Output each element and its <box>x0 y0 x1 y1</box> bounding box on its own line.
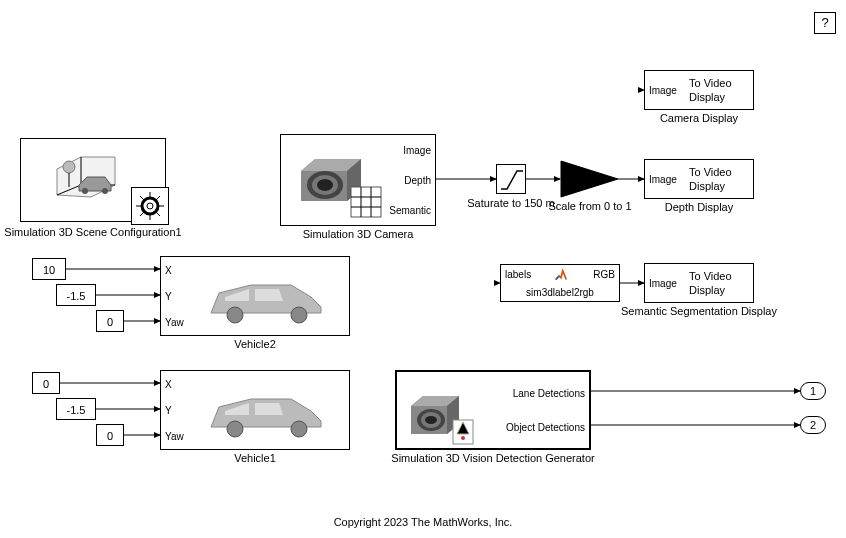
saturate-block[interactable] <box>496 164 526 194</box>
svg-point-18 <box>312 175 338 195</box>
camera-port-semantic: Semantic <box>389 205 431 216</box>
vision-generator-label: Simulation 3D Vision Detection Generator <box>385 452 601 464</box>
vehicle1-port-yaw: Yaw <box>165 431 184 442</box>
semantic-display-text2: Display <box>689 284 725 296</box>
vehicle2-port-yaw: Yaw <box>165 317 184 328</box>
svg-point-5 <box>82 188 88 194</box>
vehicle1-block[interactable]: X Y Yaw <box>160 370 350 450</box>
svg-line-13 <box>156 212 160 216</box>
vision-generator-block[interactable]: Lane Detections Object Detections <box>395 370 591 450</box>
svg-rect-20 <box>351 187 381 217</box>
camera-port-image: Image <box>403 145 431 156</box>
vision-port-lane: Lane Detections <box>513 388 585 399</box>
svg-point-30 <box>417 409 445 431</box>
svg-point-7 <box>142 198 158 214</box>
depth-display-port: Image <box>649 174 677 185</box>
svg-line-2 <box>57 185 81 195</box>
gain-block[interactable]: (1/150) <box>560 160 620 198</box>
svg-point-35 <box>461 436 465 440</box>
svg-line-15 <box>140 212 144 216</box>
vehicle2-const-y[interactable]: -1.5 <box>56 284 96 306</box>
vehicle1-const-yaw[interactable]: 0 <box>96 424 124 446</box>
svg-point-26 <box>227 307 243 323</box>
vehicle1-port-x: X <box>165 379 172 390</box>
depth-display-label: Depth Display <box>644 201 754 213</box>
vehicle1-const-y[interactable]: -1.5 <box>56 398 96 420</box>
camera-display-block[interactable]: Image To Video Display <box>644 70 754 110</box>
scene-config-block[interactable] <box>20 138 166 222</box>
svg-rect-33 <box>453 420 473 444</box>
semantic-display-port: Image <box>649 278 677 289</box>
outport-1[interactable]: 1 <box>800 382 826 400</box>
vehicle1-const-x[interactable]: 0 <box>32 372 60 394</box>
svg-point-16 <box>147 203 153 209</box>
svg-point-19 <box>317 179 333 191</box>
vehicle1-label: Vehicle1 <box>160 452 350 464</box>
label2rgb-block[interactable]: labels RGB sim3dlabel2rgb <box>500 264 620 302</box>
camera-display-port: Image <box>649 85 677 96</box>
svg-point-31 <box>421 412 441 428</box>
camera-display-label: Camera Display <box>644 112 754 124</box>
camera-display-text2: Display <box>689 91 725 103</box>
svg-point-17 <box>307 171 343 199</box>
semantic-display-block[interactable]: Image To Video Display <box>644 263 754 303</box>
vehicle2-const-x[interactable]: 10 <box>32 258 66 280</box>
camera-port-depth: Depth <box>404 175 431 186</box>
svg-point-27 <box>291 307 307 323</box>
depth-display-text1: To Video <box>689 166 732 178</box>
camera-display-text1: To Video <box>689 77 732 89</box>
matlab-icon <box>553 269 569 283</box>
svg-point-32 <box>425 416 437 424</box>
depth-display-block[interactable]: Image To Video Display <box>644 159 754 199</box>
semantic-display-label: Semantic Segmentation Display <box>614 305 784 317</box>
label2rgb-name: sim3dlabel2rgb <box>501 287 619 298</box>
vehicle2-const-yaw[interactable]: 0 <box>96 310 124 332</box>
depth-display-text2: Display <box>689 180 725 192</box>
camera-label: Simulation 3D Camera <box>280 228 436 240</box>
svg-point-6 <box>102 188 108 194</box>
svg-marker-34 <box>457 422 469 434</box>
semantic-display-text1: To Video <box>689 270 732 282</box>
vehicle2-port-y: Y <box>165 291 172 302</box>
label2rgb-out-port: RGB <box>593 269 615 280</box>
scene-config-label: Simulation 3D Scene Configuration1 <box>0 226 186 238</box>
svg-line-12 <box>140 196 144 200</box>
vehicle2-port-x: X <box>165 265 172 276</box>
vehicle2-label: Vehicle2 <box>160 338 350 350</box>
label2rgb-in-port: labels <box>505 269 531 280</box>
copyright-text: Copyright 2023 The MathWorks, Inc. <box>0 516 846 528</box>
help-button[interactable]: ? <box>814 12 836 34</box>
svg-point-29 <box>291 421 307 437</box>
camera-block[interactable]: Image Depth Semantic <box>280 134 436 226</box>
gain-label: Scale from 0 to 1 <box>540 200 640 212</box>
vehicle2-block[interactable]: X Y Yaw <box>160 256 350 336</box>
svg-point-28 <box>227 421 243 437</box>
svg-point-3 <box>63 161 75 173</box>
outport-2[interactable]: 2 <box>800 416 826 434</box>
vision-port-object: Object Detections <box>506 422 585 433</box>
gear-icon <box>131 187 169 225</box>
vehicle1-port-y: Y <box>165 405 172 416</box>
svg-line-14 <box>156 196 160 200</box>
gain-text: (1/150) <box>565 172 597 183</box>
